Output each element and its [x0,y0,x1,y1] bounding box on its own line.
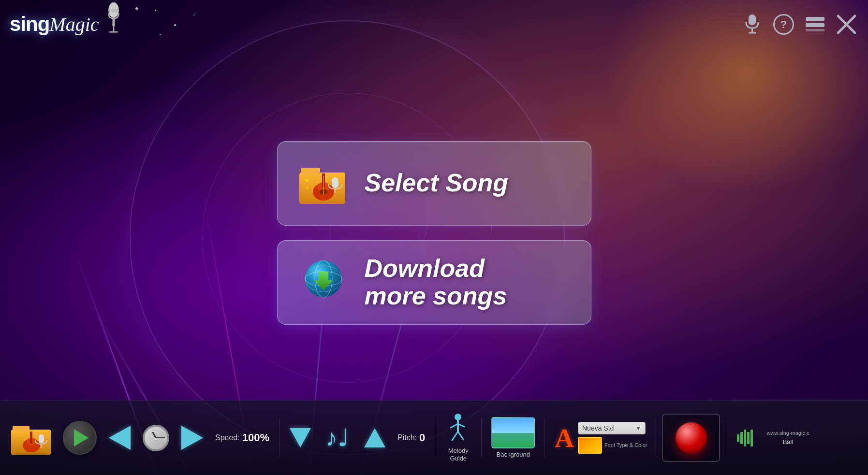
bg-thumb-sky [492,418,534,433]
svg-rect-10 [806,17,824,21]
svg-rect-5 [749,14,756,25]
divider-4 [544,418,545,457]
svg-line-44 [451,424,458,428]
svg-text:★: ★ [306,186,309,190]
toolbar-play-button[interactable] [58,418,102,457]
website-text: www.sing-magic.c [766,430,809,436]
logo-magic-text: Magic [49,13,99,36]
svg-rect-40 [39,434,44,443]
help-button[interactable]: ? [771,12,795,36]
toolbar-back-button[interactable] [104,425,135,451]
font-color-swatch[interactable] [578,437,602,454]
font-name: Nueva Std [582,424,614,432]
toolbar-volume[interactable] [730,427,759,449]
microphone-button[interactable] [740,12,764,36]
logo-sing-text: sing [10,13,49,36]
toolbar-tempo[interactable] [138,422,174,454]
divider-6 [725,418,725,457]
svg-line-47 [458,432,463,439]
toolbar-forward-button[interactable] [177,425,208,451]
svg-rect-23 [332,177,338,188]
background-label: Background [497,451,530,459]
speed-label: Speed: [215,433,240,442]
toolbar-pitch-up[interactable] [359,425,390,451]
pitch-down-icon [290,428,311,447]
font-type-label: Font Type & Color [604,442,647,448]
music-notes-icon: ♪♩ [325,424,349,452]
vol-bar-5 [750,430,753,446]
select-song-label: Select Song [365,169,509,197]
toolbar-font-type[interactable]: A Nueva Std ▼ Font Type & Color [550,419,652,456]
vol-bar-3 [744,430,746,446]
select-song-icon: ★ ★ [297,157,350,210]
toolbar-pitch: Pitch: 0 [393,429,430,446]
forward-arrow-icon [181,426,203,450]
main-content: ★ ★ Select Song [0,68,868,398]
pitch-value: 0 [419,432,425,444]
divider-1 [279,418,280,457]
pitch-label: Pitch: [397,433,417,442]
toolbar: Speed: 100% ♪♩ Pitch: 0 [0,400,868,475]
toolbar-select-song[interactable] [7,417,56,459]
toolbar-notes: ♪♩ [318,421,356,454]
toolbar-speed: Speed: 100% [210,429,274,446]
svg-point-42 [455,414,461,420]
download-songs-button[interactable]: Download more songs [277,240,591,325]
logo: sing Magic [10,12,126,36]
divider-2 [435,418,435,457]
svg-rect-17 [301,168,320,175]
toolbar-melody-guide[interactable]: Melody Guide [440,411,476,464]
select-song-button[interactable]: ★ ★ Select Song [277,141,591,226]
close-button[interactable] [834,12,858,36]
svg-rect-1 [108,9,118,12]
back-arrow-icon [109,426,131,450]
divider-5 [657,418,657,457]
logo-mic-icon [102,2,126,36]
clock-icon [143,425,169,451]
svg-text:★: ★ [304,177,309,184]
toolbar-ball-container [662,414,720,462]
divider-3 [481,418,482,457]
dropdown-arrow-icon: ▼ [635,425,641,432]
pitch-up-icon [364,428,385,447]
header-controls: ? [740,12,858,36]
minimize-button[interactable] [803,12,827,36]
svg-text:?: ? [780,18,786,30]
download-songs-label: Download more songs [365,255,507,310]
header: sing Magic ? [0,0,868,48]
vol-bar-1 [737,434,739,442]
svg-line-46 [452,432,458,440]
toolbar-background[interactable]: Background [486,415,540,461]
ball-label: Ball [783,438,794,446]
svg-rect-36 [13,426,29,432]
vol-bar-2 [740,432,743,444]
font-dropdown[interactable]: Nueva Std ▼ [578,422,646,434]
clock-minute-hand [156,437,165,438]
vol-bar-4 [747,432,750,444]
font-a-icon: A [555,423,574,453]
background-thumbnail [491,417,535,448]
bg-thumb-ground [492,433,534,448]
svg-rect-12 [806,29,824,31]
svg-rect-11 [806,23,824,27]
volume-icon [737,430,753,446]
svg-rect-39 [30,432,32,444]
play-triangle-icon [74,429,88,446]
toolbar-pitch-down[interactable] [284,425,316,451]
speed-value: 100% [242,432,269,444]
download-songs-icon [297,256,350,309]
melody-guide-label: Melody Guide [448,447,469,462]
toolbar-website: www.sing-magic.c Ball [762,428,814,448]
play-button[interactable] [63,421,97,455]
ball-preview [676,422,707,454]
